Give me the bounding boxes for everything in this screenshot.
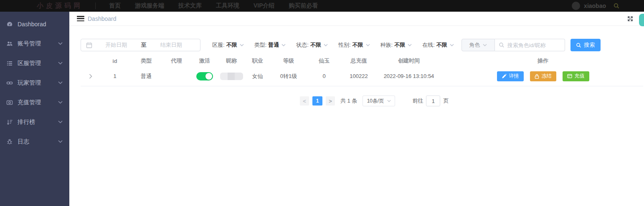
sidebar-item-label: 排行榜 [18, 118, 58, 126]
cell-type: 普通 [129, 73, 163, 80]
column-header-active: 激活 [190, 57, 219, 65]
goto-page-input[interactable] [426, 95, 440, 106]
date-end-input[interactable]: 结束日期 [147, 41, 195, 49]
sidebar-item-players[interactable]: 玩家管理 [0, 73, 69, 93]
cell-id: 1 [100, 73, 129, 79]
search-input[interactable] [507, 42, 561, 48]
filter-label: 种族: [380, 41, 393, 49]
row-actions: 详情 冻结 充值 [443, 71, 643, 81]
cell-job: 女仙 [243, 73, 271, 80]
card-icon [567, 74, 572, 78]
money-icon [6, 99, 13, 106]
chevron-down-icon [58, 121, 63, 123]
dashboard-icon [6, 20, 13, 28]
sidebar-item-label: Dashborad [18, 21, 63, 28]
date-start-input[interactable]: 开始日期 [92, 41, 140, 49]
filter-select-online[interactable]: 在线: 不限 [422, 41, 454, 49]
topnav-item-home[interactable]: 首页 [109, 2, 121, 10]
log-icon [6, 138, 13, 145]
pagination: < 1 > 共 1 条 10条/页 前往 页 [300, 95, 449, 107]
page-size-select[interactable]: 10条/页 [363, 95, 395, 106]
content-header: Dashboard [69, 12, 644, 26]
filter-select-server[interactable]: 区服: 不限 [212, 41, 244, 49]
page-size-value: 10条/页 [367, 98, 384, 105]
topbar-user-area: xiaobao [572, 2, 620, 10]
prev-page-button[interactable]: < [300, 96, 309, 106]
username[interactable]: xiaobao [584, 3, 606, 9]
search-button[interactable]: 搜索 [570, 39, 601, 51]
top-bar: 小皮源码网 首页 游戏服务端 技术文库 工具环境 VIP介绍 购买前必看 xia… [0, 0, 644, 12]
filter-value: 不限 [352, 41, 363, 49]
search-input-wrap [495, 39, 565, 51]
user-avatar[interactable] [572, 2, 580, 10]
sidebar-item-label: 日志 [18, 138, 58, 146]
ranking-icon [6, 118, 13, 126]
sidebar-item-ranking[interactable]: 排行榜 [0, 112, 69, 132]
filter-label: 在线: [422, 41, 435, 49]
table-row: 1 普通 女仙 0转1级 0 100222 2022-09-16 13:10:5… [81, 66, 643, 86]
column-header-recharge: 总充值 [342, 57, 375, 65]
toggle-knob [205, 73, 212, 80]
detail-button[interactable]: 详情 [497, 71, 524, 81]
main-content: 开始日期 至 结束日期 区服: 不限 类型: 普通 状态: 不限 性别: [69, 26, 644, 206]
goto-suffix: 页 [443, 97, 449, 105]
floating-teal-tab[interactable] [639, 14, 644, 26]
search-button-label: 搜索 [584, 41, 595, 49]
filter-value: 不限 [310, 41, 321, 49]
users-icon [6, 40, 13, 47]
freeze-button-label: 冻结 [542, 73, 552, 80]
column-header-type: 类型 [129, 57, 163, 65]
column-header-agent: 代理 [163, 57, 190, 65]
sidebar-item-dashboard[interactable]: Dashborad [0, 14, 69, 34]
role-search-group: 角色 [461, 39, 565, 51]
expand-row-icon[interactable] [89, 74, 92, 79]
filter-label: 性别: [338, 41, 351, 49]
next-page-button[interactable]: > [326, 96, 335, 106]
column-header-id: id [100, 58, 129, 64]
filter-value: 普通 [268, 41, 279, 49]
search-icon [499, 42, 505, 48]
cell-created-at: 2022-09-16 13:10:54 [375, 73, 443, 79]
sidebar-item-label: 账号管理 [18, 40, 58, 48]
topnav-item-tech-docs[interactable]: 技术文库 [178, 2, 202, 10]
filter-select-status[interactable]: 状态: 不限 [296, 41, 328, 49]
filter-select-gender[interactable]: 性别: 不限 [338, 41, 370, 49]
pen-icon [502, 74, 507, 79]
role-select[interactable]: 角色 [461, 39, 495, 51]
topnav-item-before-buy[interactable]: 购买前必看 [289, 2, 318, 10]
chevron-down-icon [408, 44, 412, 46]
sidebar-item-accounts[interactable]: 账号管理 [0, 34, 69, 53]
freeze-button[interactable]: 冻结 [530, 71, 556, 81]
hamburger-menu-icon[interactable] [77, 16, 84, 21]
topnav-item-game-server[interactable]: 游戏服务端 [135, 2, 164, 10]
search-icon[interactable] [613, 3, 620, 9]
topnav-item-vip[interactable]: VIP介绍 [254, 2, 275, 10]
column-header-level: 等级 [271, 57, 306, 65]
date-range-picker[interactable]: 开始日期 至 结束日期 [81, 39, 200, 51]
sidebar-item-logs[interactable]: 日志 [0, 132, 69, 151]
column-header-jade: 仙玉 [306, 57, 342, 65]
sidebar-item-label: 充值管理 [18, 99, 58, 106]
filter-select-race[interactable]: 种族: 不限 [380, 41, 412, 49]
cell-level: 0转1级 [271, 73, 306, 80]
filter-bar: 开始日期 至 结束日期 区服: 不限 类型: 普通 状态: 不限 性别: [81, 39, 601, 51]
fullscreen-icon[interactable] [627, 15, 634, 22]
filter-selects: 区服: 不限 类型: 普通 状态: 不限 性别: 不限 种族: 不限 [212, 41, 454, 49]
topnav-item-tools[interactable]: 工具环境 [216, 2, 239, 10]
page-number-1[interactable]: 1 [312, 96, 322, 106]
filter-value: 不限 [394, 41, 405, 49]
filter-select-type[interactable]: 类型: 普通 [254, 41, 286, 49]
sidebar-item-label: 玩家管理 [18, 79, 58, 87]
link-icon [6, 79, 13, 86]
goto-label: 前往 [412, 97, 423, 105]
topbar-divider [95, 3, 96, 9]
sidebar-item-servers[interactable]: 区服管理 [0, 53, 69, 73]
censored-nickname [220, 73, 243, 80]
chevron-down-icon [58, 140, 63, 143]
cell-recharge: 100222 [342, 73, 375, 79]
site-logo: 小皮源码网 [37, 2, 83, 10]
sidebar-item-recharge[interactable]: 充值管理 [0, 93, 69, 112]
recharge-button[interactable]: 充值 [563, 71, 589, 81]
role-select-value: 角色 [469, 41, 480, 49]
active-toggle[interactable] [196, 72, 213, 80]
